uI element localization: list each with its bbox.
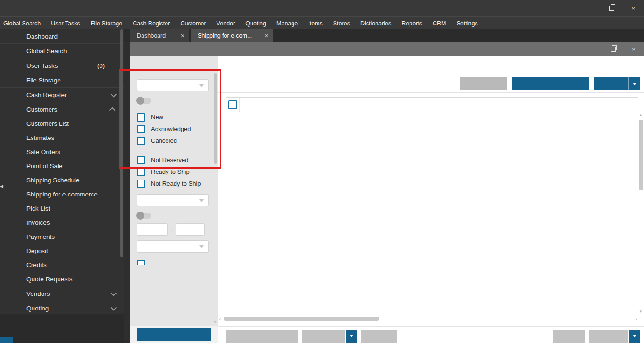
scroll-up-icon[interactable]: ▲ bbox=[639, 113, 643, 117]
scroll-left-icon[interactable]: ‹ bbox=[219, 316, 221, 322]
view-items-dropdown-button[interactable] bbox=[346, 330, 357, 343]
app-logo-icon bbox=[8, 3, 18, 14]
lock-icon[interactable] bbox=[96, 318, 105, 326]
sidebar-item[interactable]: Invoices bbox=[0, 215, 124, 229]
sidebar-item[interactable]: Shipping for e-commerce bbox=[0, 187, 124, 201]
vertical-scroll-thumb[interactable] bbox=[639, 120, 643, 190]
sidebar-item[interactable]: Customers List bbox=[0, 116, 124, 131]
menu-item[interactable]: File Storage bbox=[85, 17, 127, 30]
sidebar-item[interactable]: Estimates bbox=[0, 131, 124, 145]
ship-button[interactable] bbox=[589, 330, 628, 343]
minimize-button[interactable] bbox=[579, 0, 601, 16]
sidebar-item[interactable]: Point of Sale bbox=[0, 159, 124, 173]
vertical-scrollbar[interactable]: ▲ ▼ bbox=[638, 113, 644, 314]
checkbox[interactable] bbox=[137, 168, 145, 176]
checkbox[interactable] bbox=[137, 137, 145, 145]
menu-item[interactable]: User Tasks bbox=[46, 17, 85, 30]
sidebar-item[interactable]: Pick List bbox=[0, 201, 124, 215]
ship-dropdown-button[interactable] bbox=[629, 330, 640, 343]
sidebar-item[interactable]: File Storage bbox=[0, 73, 124, 87]
menu-item[interactable]: Cash Register bbox=[127, 17, 175, 30]
menu-item[interactable]: Vendor bbox=[211, 17, 241, 30]
sidebar-item[interactable]: Quote Requests bbox=[0, 272, 124, 286]
footer-separator bbox=[218, 326, 644, 327]
channels-select[interactable] bbox=[137, 79, 209, 91]
pick-generate-label-button[interactable] bbox=[512, 77, 589, 90]
sidebar-item[interactable]: Customers bbox=[0, 102, 124, 116]
workspace-tab[interactable]: Shipping for e-com... × bbox=[191, 29, 273, 42]
view-items-button[interactable] bbox=[302, 330, 345, 343]
menu-item[interactable]: Items bbox=[303, 17, 328, 30]
workspace-tab-bar: Dashboard × Shipping for e-com... × bbox=[124, 29, 644, 42]
sidebar-item[interactable]: Shipping Schedule bbox=[0, 173, 124, 187]
no-carrier-toggle[interactable] bbox=[137, 213, 151, 219]
sidebar-collapse-icon[interactable]: ◀ bbox=[0, 184, 3, 188]
checkbox[interactable] bbox=[137, 113, 145, 122]
inventory-status-group: Not Reserved Ready to Ship Not Ready to … bbox=[137, 154, 211, 189]
weight-from-input[interactable] bbox=[137, 223, 168, 236]
checkbox[interactable] bbox=[137, 125, 145, 133]
sidebar-item[interactable]: Payments bbox=[0, 229, 124, 244]
no-channel-toggle[interactable] bbox=[137, 98, 151, 104]
inner-close-button[interactable]: × bbox=[623, 42, 644, 56]
user-icon bbox=[11, 317, 21, 327]
export-button[interactable] bbox=[594, 77, 628, 90]
gear-icon[interactable] bbox=[627, 60, 636, 69]
logout-icon[interactable] bbox=[109, 318, 118, 326]
sidebar-item[interactable]: Credits bbox=[0, 258, 124, 272]
menu-item[interactable]: Reports bbox=[396, 17, 427, 30]
menu-item[interactable]: Manage bbox=[271, 17, 303, 30]
checkbox[interactable] bbox=[137, 260, 145, 265]
filter-checkbox-row[interactable]: Acknowledged bbox=[137, 123, 211, 135]
resync-button[interactable] bbox=[553, 330, 585, 343]
menu-item[interactable]: CRM bbox=[427, 17, 451, 30]
inner-minimize-button[interactable] bbox=[582, 42, 602, 56]
filter-checkbox-row[interactable]: Not Reserved bbox=[137, 154, 211, 166]
sidebar-item[interactable]: Vendors bbox=[0, 286, 124, 301]
close-icon[interactable]: × bbox=[181, 32, 184, 40]
sidebar-item[interactable]: Deposit bbox=[0, 244, 124, 258]
search-button[interactable] bbox=[137, 328, 211, 341]
refresh-icon[interactable] bbox=[192, 59, 201, 68]
sidebar-item[interactable]: Dashboard bbox=[0, 29, 124, 43]
workspace-tab[interactable]: Dashboard × bbox=[130, 29, 189, 42]
menu-item[interactable]: Customer bbox=[175, 17, 211, 30]
sidebar-item[interactable]: Cash Register bbox=[0, 87, 124, 102]
close-icon[interactable]: × bbox=[264, 32, 268, 40]
close-button[interactable]: × bbox=[622, 0, 644, 16]
inner-restore-button[interactable] bbox=[602, 42, 623, 56]
filter-checkbox-row[interactable]: New bbox=[137, 111, 211, 123]
filter-checkbox-row[interactable]: Canceled bbox=[137, 135, 211, 147]
filter-icon[interactable] bbox=[613, 60, 622, 69]
menu-item[interactable]: Settings bbox=[451, 17, 483, 30]
sidebar-item[interactable]: Quoting bbox=[0, 301, 124, 315]
menu-item[interactable]: Dictionaries bbox=[355, 17, 396, 30]
filter-checkbox-row[interactable]: Not Ready to Ship bbox=[137, 178, 211, 189]
sidebar-item[interactable]: Sale Orders bbox=[0, 145, 124, 159]
scroll-down-icon[interactable]: ▼ bbox=[639, 310, 643, 314]
merge-button[interactable] bbox=[361, 330, 397, 343]
checkbox[interactable] bbox=[137, 180, 145, 188]
category-select[interactable] bbox=[137, 240, 209, 253]
send-to-pick-button[interactable] bbox=[460, 77, 507, 90]
scroll-right-icon[interactable]: › bbox=[636, 316, 637, 322]
calculate-packages-button[interactable] bbox=[226, 330, 298, 343]
filter-checkbox-row[interactable]: Ready to Ship bbox=[137, 166, 211, 178]
horizontal-scrollbar[interactable]: ‹ › bbox=[218, 316, 637, 322]
close-circle-icon[interactable] bbox=[205, 59, 213, 68]
select-all-checkbox[interactable] bbox=[228, 100, 237, 109]
carrier-select[interactable] bbox=[137, 194, 209, 206]
checkbox[interactable] bbox=[137, 156, 145, 164]
horizontal-scroll-thumb[interactable] bbox=[224, 317, 379, 321]
scroll-down-icon[interactable]: ▼ bbox=[213, 320, 217, 324]
menu-item[interactable]: Quoting bbox=[240, 17, 271, 30]
menu-item[interactable]: Stores bbox=[328, 17, 355, 30]
restore-button[interactable] bbox=[601, 0, 622, 16]
export-dropdown-button[interactable] bbox=[628, 77, 640, 90]
filters-scrollbar[interactable] bbox=[214, 74, 217, 164]
sidebar-item[interactable]: Global Search bbox=[0, 43, 124, 58]
sidebar-item[interactable]: User Tasks (0) bbox=[0, 58, 124, 73]
sidebar-scrollbar[interactable] bbox=[120, 29, 123, 257]
menu-item[interactable]: Global Search bbox=[0, 17, 46, 30]
weight-to-input[interactable] bbox=[176, 223, 205, 236]
